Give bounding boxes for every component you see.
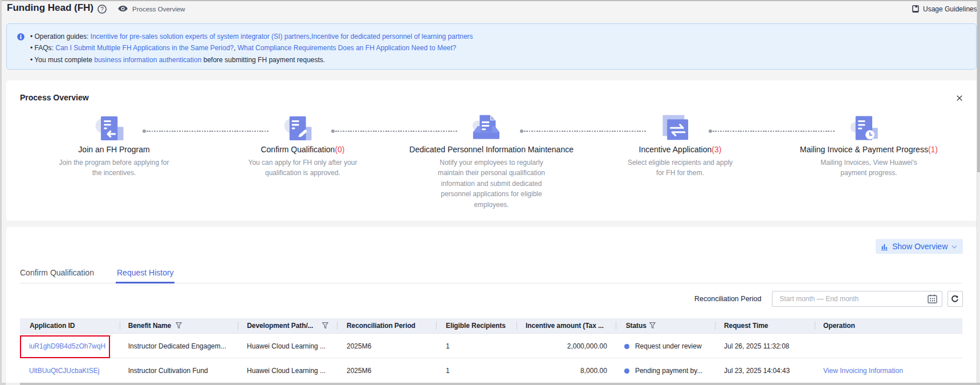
svg-text:?: ?	[100, 6, 104, 13]
